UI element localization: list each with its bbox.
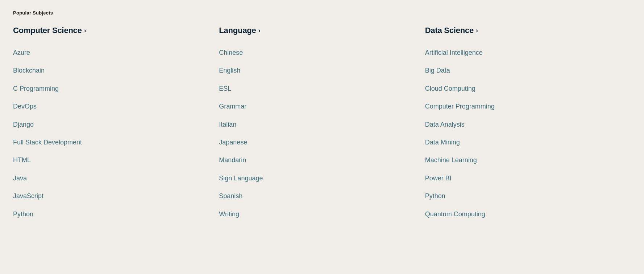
column-computer-science: Computer Science›AzureBlockchainC Progra… xyxy=(13,26,219,223)
list-item[interactable]: English xyxy=(219,62,410,79)
list-item[interactable]: Mandarin xyxy=(219,151,410,169)
list-item[interactable]: JavaScript xyxy=(13,187,204,205)
subject-list-computer-science: AzureBlockchainC ProgrammingDevOpsDjango… xyxy=(13,44,204,223)
list-item[interactable]: Writing xyxy=(219,205,410,223)
list-item[interactable]: Machine Learning xyxy=(425,151,616,169)
subject-list-language: ChineseEnglishESLGrammarItalianJapaneseM… xyxy=(219,44,410,223)
chevron-right-icon-language: › xyxy=(258,27,260,34)
column-data-science: Data Science›Artificial IntelligenceBig … xyxy=(425,26,631,223)
list-item[interactable]: Chinese xyxy=(219,44,410,62)
list-item[interactable]: Blockchain xyxy=(13,62,204,79)
list-item[interactable]: Full Stack Development xyxy=(13,134,204,151)
list-item[interactable]: Big Data xyxy=(425,62,616,79)
list-item[interactable]: DevOps xyxy=(13,98,204,115)
column-header-language[interactable]: Language› xyxy=(219,26,410,35)
column-language: Language›ChineseEnglishESLGrammarItalian… xyxy=(219,26,425,223)
column-header-text-computer-science: Computer Science xyxy=(13,26,82,35)
column-header-text-data-science: Data Science xyxy=(425,26,474,35)
chevron-right-icon-data-science: › xyxy=(476,27,478,34)
column-header-data-science[interactable]: Data Science› xyxy=(425,26,616,35)
list-item[interactable]: HTML xyxy=(13,151,204,169)
list-item[interactable]: Artificial Intelligence xyxy=(425,44,616,62)
list-item[interactable]: Italian xyxy=(219,116,410,134)
list-item[interactable]: Python xyxy=(425,187,616,205)
list-item[interactable]: Azure xyxy=(13,44,204,62)
columns-container: Computer Science›AzureBlockchainC Progra… xyxy=(13,26,631,223)
list-item[interactable]: Sign Language xyxy=(219,169,410,187)
list-item[interactable]: Grammar xyxy=(219,98,410,115)
list-item[interactable]: Spanish xyxy=(219,187,410,205)
list-item[interactable]: Cloud Computing xyxy=(425,80,616,98)
list-item[interactable]: Japanese xyxy=(219,134,410,151)
list-item[interactable]: Data Mining xyxy=(425,134,616,151)
list-item[interactable]: ESL xyxy=(219,80,410,98)
popular-subjects-section: Popular Subjects Computer Science›AzureB… xyxy=(13,10,631,223)
column-header-text-language: Language xyxy=(219,26,256,35)
list-item[interactable]: Data Analysis xyxy=(425,116,616,134)
list-item[interactable]: Quantum Computing xyxy=(425,205,616,223)
list-item[interactable]: Django xyxy=(13,116,204,134)
list-item[interactable]: Java xyxy=(13,169,204,187)
popular-subjects-label: Popular Subjects xyxy=(13,10,631,16)
column-header-computer-science[interactable]: Computer Science› xyxy=(13,26,204,35)
list-item[interactable]: Computer Programming xyxy=(425,98,616,115)
list-item[interactable]: Power BI xyxy=(425,169,616,187)
list-item[interactable]: C Programming xyxy=(13,80,204,98)
chevron-right-icon-computer-science: › xyxy=(84,27,86,34)
list-item[interactable]: Python xyxy=(13,205,204,223)
subject-list-data-science: Artificial IntelligenceBig DataCloud Com… xyxy=(425,44,616,223)
